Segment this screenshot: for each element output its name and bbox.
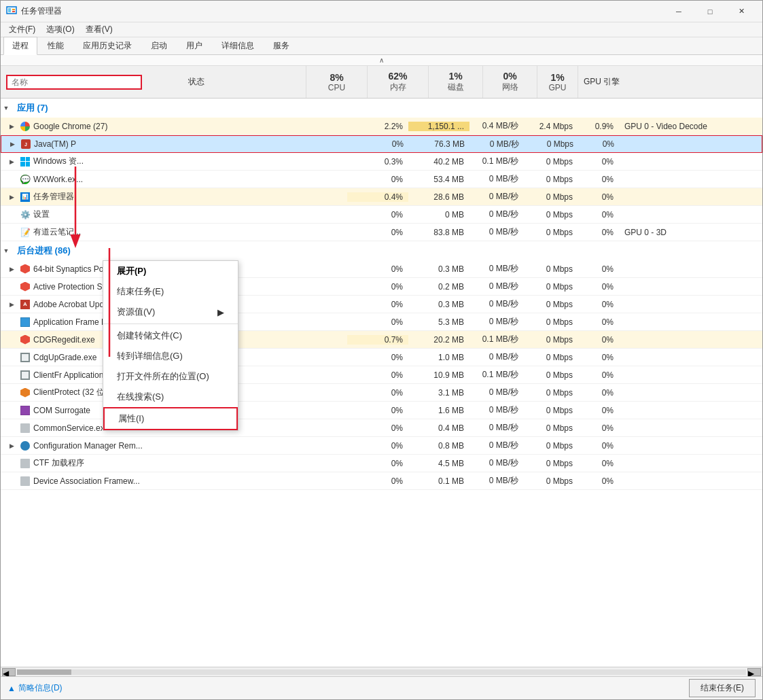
table-row[interactable]: ▶ Windows 资... 0.3% 40.2 MB 0.1 MB/秒 0 M…	[1, 153, 762, 171]
scroll-left-btn[interactable]: ◀	[2, 668, 16, 676]
horizontal-scrollbar[interactable]: ◀ ▶	[1, 667, 762, 676]
clientfr-icon	[20, 370, 31, 381]
ctx-go-detail[interactable]: 转到详细信息(G)	[103, 346, 238, 366]
ctx-end-task[interactable]: 结束任务(E)	[103, 281, 238, 302]
ctx-properties[interactable]: 属性(I)	[103, 407, 238, 430]
expand-icon[interactable]: ▶	[6, 264, 17, 275]
menu-file[interactable]: 文件(F)	[3, 22, 41, 37]
cell-disk: 0 MB/秒	[469, 173, 524, 185]
com-icon	[20, 405, 31, 416]
apps-section-title: 应用 (7)	[12, 102, 48, 114]
cell-memory: 0.8 MB	[408, 441, 469, 451]
apps-section-header: ▼ 应用 (7)	[1, 99, 762, 118]
cell-gpu: 0%	[578, 228, 619, 237]
cell-name-taskmanager: ▶ 📊 任务管理器	[1, 191, 306, 203]
svg-rect-1	[8, 8, 11, 12]
gpu-percent: 1%	[550, 72, 564, 83]
cell-network: 0 Mbps	[524, 264, 578, 274]
disk-percent: 1%	[448, 71, 462, 82]
expand-icon[interactable]: ▶	[6, 440, 17, 451]
cell-cpu: 0%	[347, 210, 408, 220]
maximize-button[interactable]: □	[694, 1, 726, 22]
ctx-create-dump[interactable]: 创建转储文件(C)	[103, 326, 238, 346]
cell-memory: 28.6 MB	[408, 192, 469, 202]
cell-gpu: 0%	[578, 300, 619, 309]
cell-memory: 1,150.1 ...	[408, 122, 469, 131]
table-header: 状态 8% CPU 62% 内存 1% 磁盘 0% 网络 1% GPU	[1, 66, 762, 99]
cell-name-chrome: ▶ Google Chrome (27)	[1, 121, 306, 132]
tab-processes[interactable]: 进程	[3, 37, 37, 55]
th-gpu-engine[interactable]: GPU 引擎	[578, 66, 762, 98]
gpu-label: GPU	[548, 83, 566, 92]
ctx-expand[interactable]: 展开(P)	[103, 261, 238, 281]
status-bar-left[interactable]: ▲ 简略信息(D)	[7, 682, 63, 694]
menu-view[interactable]: 查看(V)	[80, 22, 118, 37]
apps-expand-icon[interactable]: ▼	[1, 103, 12, 113]
ctx-open-location[interactable]: 打开文件所在的位置(O)	[103, 366, 238, 387]
table-row[interactable]: CTF 加载程序 0% 4.5 MB 0 MB/秒 0 Mbps 0%	[1, 455, 762, 472]
tab-app-history[interactable]: 应用历史记录	[74, 37, 141, 54]
name-search-input[interactable]	[6, 75, 142, 90]
th-cpu[interactable]: 8% CPU	[306, 66, 368, 98]
expand-icon-empty	[6, 476, 17, 487]
ctx-online-search[interactable]: 在线搜索(S)	[103, 387, 238, 407]
scroll-right-btn[interactable]: ▶	[747, 668, 761, 676]
expand-icon[interactable]: ▶	[6, 299, 17, 310]
tab-performance[interactable]: 性能	[39, 37, 73, 54]
table-row[interactable]: ▶ Google Chrome (27) 2.2% 1,150.1 ... 0.…	[1, 118, 762, 135]
network-label: 网络	[502, 82, 518, 93]
table-row[interactable]: ▶ 📊 任务管理器 0.4% 28.6 MB 0 MB/秒 0 Mbps 0%	[1, 188, 762, 206]
table-row-java[interactable]: ▶ J Java(TM) P 0% 76.3 MB 0 MB/秒 0 Mbps …	[1, 135, 762, 153]
youdao-icon: 📝	[20, 227, 31, 238]
table-row[interactable]: ⚙️ 设置 0% 0 MB 0 MB/秒 0 Mbps 0%	[1, 206, 762, 224]
expand-icon-empty	[6, 209, 17, 220]
menu-options[interactable]: 选项(O)	[41, 22, 79, 37]
brief-info-label[interactable]: 简略信息(D)	[18, 682, 63, 694]
expand-icon[interactable]: ▶	[7, 139, 18, 150]
cell-gpu: 0%	[578, 441, 619, 451]
th-memory[interactable]: 62% 内存	[368, 66, 429, 98]
close-button[interactable]: ✕	[726, 1, 757, 22]
cell-disk: 0 MB/秒	[469, 387, 524, 398]
tab-details[interactable]: 详细信息	[213, 37, 263, 54]
memory-label: 内存	[390, 82, 406, 93]
tab-services[interactable]: 服务	[264, 37, 298, 54]
bg-section-header: ▼ 后台进程 (86)	[1, 241, 762, 260]
cell-network: 0 Mbps	[524, 459, 578, 468]
cell-memory: 0.4 MB	[408, 423, 469, 433]
cell-gpu: 0%	[578, 317, 619, 327]
cell-network: 2.4 Mbps	[524, 122, 578, 131]
cell-cpu: 0%	[348, 139, 409, 149]
minimize-button[interactable]: ─	[663, 1, 694, 22]
th-gpu[interactable]: 1% GPU	[537, 66, 578, 98]
cell-name-configmgr: ▶ Configuration Manager Rem...	[1, 440, 306, 451]
table-row[interactable]: Device Association Framew... 0% 0.1 MB 0…	[1, 472, 762, 490]
cell-disk: 0 MB/秒	[470, 139, 525, 150]
expand-icon-empty	[6, 227, 17, 238]
table-row[interactable]: ▶ Configuration Manager Rem... 0% 0.8 MB…	[1, 437, 762, 455]
tab-startup[interactable]: 启动	[142, 37, 176, 54]
expand-icon[interactable]: ▶	[6, 156, 17, 167]
table-row[interactable]: 💬 WXWork.ex... 0% 53.4 MB 0 MB/秒 0 Mbps …	[1, 171, 762, 188]
scroll-thumb[interactable]	[17, 669, 71, 675]
th-name[interactable]: 状态	[1, 66, 306, 98]
cell-disk: 0 MB/秒	[469, 226, 524, 238]
th-disk[interactable]: 1% 磁盘	[429, 66, 483, 98]
cell-disk: 0 MB/秒	[469, 316, 524, 328]
ctx-resource-value[interactable]: 资源值(V) ▶	[103, 302, 238, 322]
th-network[interactable]: 0% 网络	[483, 66, 537, 98]
cell-cpu: 0%	[347, 300, 408, 309]
table-row[interactable]: 📝 有道云笔记... 0% 83.8 MB 0 MB/秒 0 Mbps 0% G…	[1, 224, 762, 241]
expand-icon[interactable]: ▶	[6, 121, 17, 132]
cell-cpu: 0%	[347, 441, 408, 451]
tab-users[interactable]: 用户	[177, 37, 211, 54]
end-task-button[interactable]: 结束任务(E)	[689, 679, 756, 697]
expand-icon-empty	[6, 334, 17, 345]
bg-expand-icon[interactable]: ▼	[1, 245, 12, 256]
expand-icon-empty	[6, 387, 17, 398]
cell-name-youdao: 📝 有道云笔记...	[1, 226, 306, 238]
expand-icon-empty	[6, 317, 17, 328]
expand-icon[interactable]: ▶	[6, 192, 17, 203]
expand-icon: ▲	[7, 684, 16, 693]
cell-network: 0 Mbps	[524, 175, 578, 184]
